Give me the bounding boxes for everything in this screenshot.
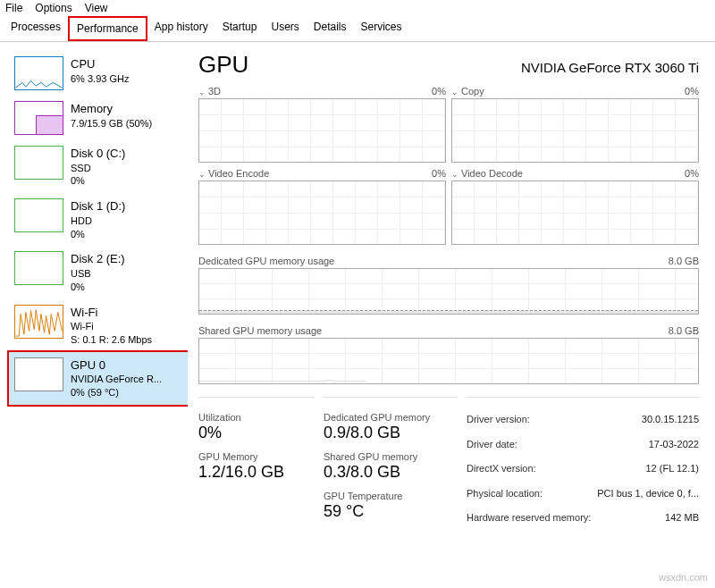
- menu-file[interactable]: File: [5, 2, 22, 14]
- sidebar-item-disk2[interactable]: Disk 2 (E:) USB 0%: [9, 246, 188, 298]
- chart-pct: 0%: [432, 168, 446, 179]
- tab-processes[interactable]: Processes: [4, 16, 68, 41]
- dedicated-gpu-mem-section: Dedicated GPU memory usage8.0 GB: [198, 256, 699, 315]
- stat-value: 0.3/8.0 GB: [324, 463, 458, 482]
- wide-label: Dedicated GPU memory usage: [198, 256, 334, 266]
- wide-max: 8.0 GB: [669, 325, 699, 336]
- stat-label: GPU Memory: [198, 451, 315, 462]
- sidebar-item-label: Disk 0 (C:): [71, 146, 125, 162]
- sidebar-item-sub: SSD: [71, 162, 125, 175]
- sidebar-item-sub: 6% 3.93 GHz: [71, 72, 129, 86]
- sidebar-item-label: GPU 0: [71, 357, 162, 374]
- sidebar-item-sub2: 0%: [71, 281, 125, 294]
- sidebar-item-sub2: 0%: [71, 228, 125, 241]
- chart-body: [451, 181, 699, 245]
- disk-thumb-icon: [14, 146, 63, 180]
- chart-body: [198, 268, 699, 315]
- page-title: GPU: [198, 51, 248, 79]
- kv-directx: DirectX version:12 (FL 12.1): [467, 461, 699, 477]
- shared-gpu-mem-section: Shared GPU memory usage8.0 GB: [198, 325, 699, 384]
- wide-label: Shared GPU memory usage: [198, 325, 322, 336]
- stat-value: 59 °C: [324, 502, 458, 521]
- watermark: wsxdn.com: [659, 572, 708, 583]
- chart-body: [198, 181, 446, 245]
- kv-driver-date: Driver date:17-03-2022: [467, 437, 699, 453]
- kv-hw-reserved: Hardware reserved memory:142 MB: [467, 510, 699, 526]
- menu-options[interactable]: Options: [35, 2, 72, 14]
- stat-utilization: Utilization 0%: [198, 412, 315, 442]
- sidebar-item-cpu[interactable]: CPU 6% 3.93 GHz: [9, 51, 188, 96]
- stat-gpu-memory: GPU Memory 1.2/16.0 GB: [198, 451, 315, 482]
- cpu-thumb-icon: [14, 56, 63, 90]
- sidebar-item-gpu0[interactable]: GPU 0 NVIDIA GeForce R... 0% (59 °C): [9, 352, 188, 405]
- chart-video-decode[interactable]: ⌄Video Decode0%: [451, 168, 699, 245]
- stat-dedicated-mem: Dedicated GPU memory 0.9/8.0 GB: [324, 412, 458, 442]
- sidebar-item-label: CPU: [71, 56, 129, 72]
- stat-value: 1.2/16.0 GB: [198, 463, 315, 482]
- tabbar: Processes Performance App history Startu…: [0, 16, 715, 42]
- chart-label: 3D: [208, 86, 221, 97]
- stat-value: 0.9/8.0 GB: [324, 424, 458, 442]
- chart-body: [198, 98, 446, 163]
- memory-thumb-icon: [14, 101, 63, 135]
- sidebar-item-sub: Wi-Fi: [71, 320, 152, 333]
- stat-label: Shared GPU memory: [324, 451, 458, 462]
- chevron-down-icon: ⌄: [451, 88, 458, 97]
- chart-label: Video Encode: [208, 168, 269, 179]
- kv-driver-version: Driver version:30.0.15.1215: [467, 412, 699, 428]
- tab-services[interactable]: Services: [354, 16, 409, 41]
- sidebar-item-sub2: S: 0.1 R: 2.6 Mbps: [71, 333, 152, 347]
- chart-body: [451, 98, 699, 163]
- wifi-thumb-icon: [14, 305, 63, 339]
- sidebar-item-sub2: 0%: [71, 174, 125, 188]
- tab-users[interactable]: Users: [264, 16, 306, 41]
- main-panel: GPU NVIDIA GeForce RTX 3060 Ti ⌄3D0% ⌄Co…: [188, 42, 715, 588]
- sidebar-item-sub2: 0% (59 °C): [71, 386, 162, 399]
- sidebar-item-label: Wi-Fi: [71, 305, 152, 321]
- sidebar-item-sub: NVIDIA GeForce R...: [71, 373, 162, 386]
- stat-label: GPU Temperature: [324, 491, 458, 501]
- sidebar-item-disk1[interactable]: Disk 1 (D:) HDD 0%: [9, 193, 188, 246]
- chart-body: [198, 338, 699, 384]
- sidebar-item-sub: 7.9/15.9 GB (50%): [71, 117, 152, 130]
- sidebar: CPU 6% 3.93 GHz Memory 7.9/15.9 GB (50%)…: [0, 42, 188, 588]
- sidebar-item-sub: USB: [71, 267, 125, 281]
- sidebar-item-label: Disk 2 (E:): [71, 251, 125, 267]
- gpu-thumb-icon: [14, 357, 63, 391]
- tab-details[interactable]: Details: [307, 16, 354, 41]
- sidebar-item-disk0[interactable]: Disk 0 (C:) SSD 0%: [9, 140, 188, 193]
- sidebar-item-wifi[interactable]: Wi-Fi Wi-Fi S: 0.1 R: 2.6 Mbps: [9, 299, 188, 352]
- chart-pct: 0%: [685, 86, 699, 97]
- chevron-down-icon: ⌄: [451, 170, 458, 179]
- chart-3d[interactable]: ⌄3D0%: [198, 86, 446, 163]
- sidebar-item-sub: HDD: [71, 214, 125, 228]
- stat-shared-mem: Shared GPU memory 0.3/8.0 GB: [324, 451, 458, 482]
- stat-value: 0%: [198, 424, 315, 442]
- stat-gpu-temp: GPU Temperature 59 °C: [324, 491, 458, 521]
- sidebar-item-memory[interactable]: Memory 7.9/15.9 GB (50%): [9, 96, 188, 140]
- stat-label: Utilization: [198, 412, 315, 423]
- chevron-down-icon: ⌄: [198, 88, 206, 97]
- chart-label: Copy: [461, 86, 484, 97]
- disk-thumb-icon: [14, 251, 63, 285]
- sidebar-item-label: Disk 1 (D:): [71, 198, 125, 214]
- gpu-model: NVIDIA GeForce RTX 3060 Ti: [521, 60, 699, 75]
- chevron-down-icon: ⌄: [198, 170, 206, 179]
- wide-max: 8.0 GB: [669, 256, 699, 266]
- sidebar-item-label: Memory: [71, 101, 152, 117]
- menu-view[interactable]: View: [85, 2, 108, 14]
- menubar: File Options View: [0, 0, 715, 16]
- chart-video-encode[interactable]: ⌄Video Encode0%: [198, 168, 446, 245]
- tab-app-history[interactable]: App history: [147, 16, 215, 41]
- stat-label: Dedicated GPU memory: [324, 412, 458, 423]
- chart-label: Video Decode: [461, 168, 523, 179]
- chart-copy[interactable]: ⌄Copy0%: [451, 86, 699, 163]
- kv-physical-loc: Physical location:PCI bus 1, device 0, f…: [467, 486, 699, 502]
- chart-pct: 0%: [432, 86, 446, 97]
- chart-pct: 0%: [685, 168, 699, 179]
- disk-thumb-icon: [14, 198, 63, 232]
- tab-startup[interactable]: Startup: [215, 16, 265, 41]
- tab-performance[interactable]: Performance: [68, 16, 147, 41]
